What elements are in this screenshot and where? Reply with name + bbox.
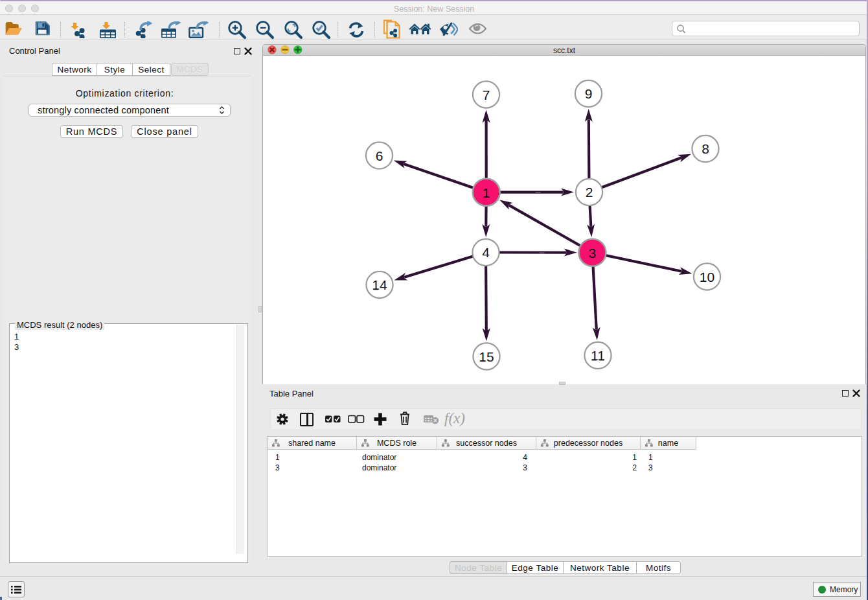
svg-text:11: 11 — [591, 348, 605, 363]
svg-text:15: 15 — [479, 349, 494, 364]
svg-text:4: 4 — [482, 245, 490, 260]
svg-text:2: 2 — [586, 185, 593, 200]
svg-text:14: 14 — [372, 277, 387, 292]
svg-text:3: 3 — [589, 246, 597, 260]
svg-text:7: 7 — [483, 87, 490, 102]
svg-text:6: 6 — [376, 148, 383, 163]
svg-text:9: 9 — [585, 86, 593, 101]
svg-text:10: 10 — [700, 270, 714, 284]
svg-text:1: 1 — [483, 185, 490, 200]
svg-text:8: 8 — [702, 141, 709, 156]
